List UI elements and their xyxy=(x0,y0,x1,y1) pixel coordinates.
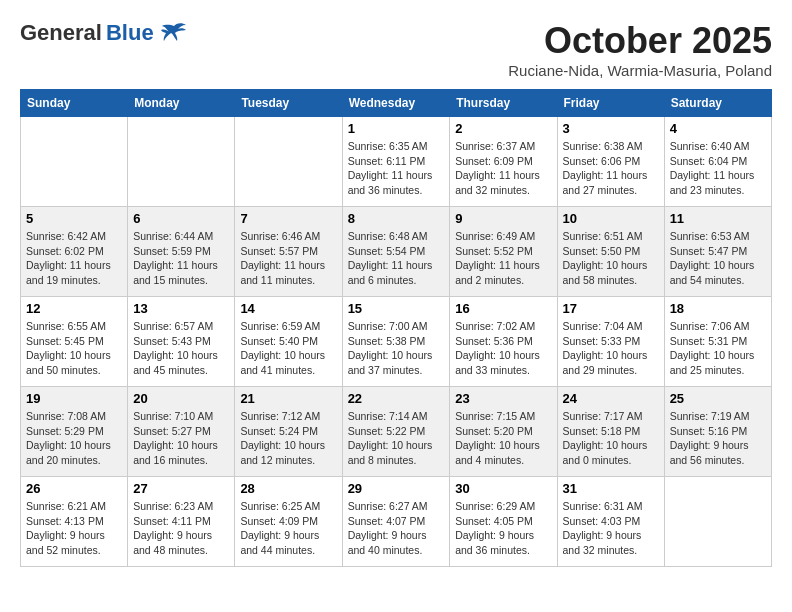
calendar-cell: 6Sunrise: 6:44 AM Sunset: 5:59 PM Daylig… xyxy=(128,207,235,297)
day-info: Sunrise: 6:53 AM Sunset: 5:47 PM Dayligh… xyxy=(670,229,766,288)
day-info: Sunrise: 7:04 AM Sunset: 5:33 PM Dayligh… xyxy=(563,319,659,378)
day-number: 20 xyxy=(133,391,229,406)
day-info: Sunrise: 6:35 AM Sunset: 6:11 PM Dayligh… xyxy=(348,139,445,198)
day-number: 26 xyxy=(26,481,122,496)
calendar-cell xyxy=(128,117,235,207)
day-info: Sunrise: 7:00 AM Sunset: 5:38 PM Dayligh… xyxy=(348,319,445,378)
day-info: Sunrise: 7:10 AM Sunset: 5:27 PM Dayligh… xyxy=(133,409,229,468)
day-info: Sunrise: 6:42 AM Sunset: 6:02 PM Dayligh… xyxy=(26,229,122,288)
day-info: Sunrise: 6:44 AM Sunset: 5:59 PM Dayligh… xyxy=(133,229,229,288)
calendar-cell: 29Sunrise: 6:27 AM Sunset: 4:07 PM Dayli… xyxy=(342,477,450,567)
day-info: Sunrise: 7:08 AM Sunset: 5:29 PM Dayligh… xyxy=(26,409,122,468)
calendar-cell: 30Sunrise: 6:29 AM Sunset: 4:05 PM Dayli… xyxy=(450,477,557,567)
day-number: 27 xyxy=(133,481,229,496)
day-number: 24 xyxy=(563,391,659,406)
calendar-cell: 12Sunrise: 6:55 AM Sunset: 5:45 PM Dayli… xyxy=(21,297,128,387)
day-info: Sunrise: 7:02 AM Sunset: 5:36 PM Dayligh… xyxy=(455,319,551,378)
day-number: 2 xyxy=(455,121,551,136)
calendar-cell: 19Sunrise: 7:08 AM Sunset: 5:29 PM Dayli… xyxy=(21,387,128,477)
day-info: Sunrise: 6:21 AM Sunset: 4:13 PM Dayligh… xyxy=(26,499,122,558)
calendar-cell xyxy=(664,477,771,567)
title-block: October 2025 Ruciane-Nida, Warmia-Masuri… xyxy=(508,20,772,79)
calendar-cell: 23Sunrise: 7:15 AM Sunset: 5:20 PM Dayli… xyxy=(450,387,557,477)
day-info: Sunrise: 6:40 AM Sunset: 6:04 PM Dayligh… xyxy=(670,139,766,198)
calendar-cell: 3Sunrise: 6:38 AM Sunset: 6:06 PM Daylig… xyxy=(557,117,664,207)
calendar-week-row: 12Sunrise: 6:55 AM Sunset: 5:45 PM Dayli… xyxy=(21,297,772,387)
calendar-week-row: 1Sunrise: 6:35 AM Sunset: 6:11 PM Daylig… xyxy=(21,117,772,207)
calendar-cell: 24Sunrise: 7:17 AM Sunset: 5:18 PM Dayli… xyxy=(557,387,664,477)
calendar-cell: 27Sunrise: 6:23 AM Sunset: 4:11 PM Dayli… xyxy=(128,477,235,567)
calendar-cell: 18Sunrise: 7:06 AM Sunset: 5:31 PM Dayli… xyxy=(664,297,771,387)
calendar-cell: 20Sunrise: 7:10 AM Sunset: 5:27 PM Dayli… xyxy=(128,387,235,477)
day-info: Sunrise: 6:38 AM Sunset: 6:06 PM Dayligh… xyxy=(563,139,659,198)
day-number: 22 xyxy=(348,391,445,406)
calendar-cell: 15Sunrise: 7:00 AM Sunset: 5:38 PM Dayli… xyxy=(342,297,450,387)
calendar-week-row: 26Sunrise: 6:21 AM Sunset: 4:13 PM Dayli… xyxy=(21,477,772,567)
day-number: 9 xyxy=(455,211,551,226)
day-number: 5 xyxy=(26,211,122,226)
calendar-cell: 17Sunrise: 7:04 AM Sunset: 5:33 PM Dayli… xyxy=(557,297,664,387)
day-number: 21 xyxy=(240,391,336,406)
day-info: Sunrise: 6:59 AM Sunset: 5:40 PM Dayligh… xyxy=(240,319,336,378)
day-info: Sunrise: 6:46 AM Sunset: 5:57 PM Dayligh… xyxy=(240,229,336,288)
day-info: Sunrise: 6:55 AM Sunset: 5:45 PM Dayligh… xyxy=(26,319,122,378)
calendar-cell: 11Sunrise: 6:53 AM Sunset: 5:47 PM Dayli… xyxy=(664,207,771,297)
page-header: General Blue October 2025 Ruciane-Nida, … xyxy=(20,20,772,79)
calendar-cell: 10Sunrise: 6:51 AM Sunset: 5:50 PM Dayli… xyxy=(557,207,664,297)
day-info: Sunrise: 7:06 AM Sunset: 5:31 PM Dayligh… xyxy=(670,319,766,378)
weekday-header-monday: Monday xyxy=(128,90,235,117)
day-number: 23 xyxy=(455,391,551,406)
weekday-header-saturday: Saturday xyxy=(664,90,771,117)
calendar-cell xyxy=(235,117,342,207)
calendar-cell: 26Sunrise: 6:21 AM Sunset: 4:13 PM Dayli… xyxy=(21,477,128,567)
logo: General Blue xyxy=(20,20,188,46)
day-number: 17 xyxy=(563,301,659,316)
weekday-header-sunday: Sunday xyxy=(21,90,128,117)
weekday-header-thursday: Thursday xyxy=(450,90,557,117)
day-number: 1 xyxy=(348,121,445,136)
day-info: Sunrise: 7:14 AM Sunset: 5:22 PM Dayligh… xyxy=(348,409,445,468)
logo-blue: Blue xyxy=(106,20,154,46)
day-number: 8 xyxy=(348,211,445,226)
logo-general: General xyxy=(20,20,102,46)
day-number: 4 xyxy=(670,121,766,136)
day-info: Sunrise: 6:51 AM Sunset: 5:50 PM Dayligh… xyxy=(563,229,659,288)
day-number: 14 xyxy=(240,301,336,316)
location-subtitle: Ruciane-Nida, Warmia-Masuria, Poland xyxy=(508,62,772,79)
day-number: 16 xyxy=(455,301,551,316)
calendar-table: SundayMondayTuesdayWednesdayThursdayFrid… xyxy=(20,89,772,567)
calendar-cell: 4Sunrise: 6:40 AM Sunset: 6:04 PM Daylig… xyxy=(664,117,771,207)
calendar-cell: 5Sunrise: 6:42 AM Sunset: 6:02 PM Daylig… xyxy=(21,207,128,297)
day-info: Sunrise: 7:12 AM Sunset: 5:24 PM Dayligh… xyxy=(240,409,336,468)
calendar-cell: 7Sunrise: 6:46 AM Sunset: 5:57 PM Daylig… xyxy=(235,207,342,297)
day-number: 18 xyxy=(670,301,766,316)
weekday-header-row: SundayMondayTuesdayWednesdayThursdayFrid… xyxy=(21,90,772,117)
day-number: 19 xyxy=(26,391,122,406)
calendar-week-row: 19Sunrise: 7:08 AM Sunset: 5:29 PM Dayli… xyxy=(21,387,772,477)
day-number: 12 xyxy=(26,301,122,316)
calendar-cell: 8Sunrise: 6:48 AM Sunset: 5:54 PM Daylig… xyxy=(342,207,450,297)
calendar-cell: 21Sunrise: 7:12 AM Sunset: 5:24 PM Dayli… xyxy=(235,387,342,477)
day-number: 6 xyxy=(133,211,229,226)
calendar-cell: 22Sunrise: 7:14 AM Sunset: 5:22 PM Dayli… xyxy=(342,387,450,477)
day-info: Sunrise: 7:15 AM Sunset: 5:20 PM Dayligh… xyxy=(455,409,551,468)
day-number: 25 xyxy=(670,391,766,406)
calendar-cell: 25Sunrise: 7:19 AM Sunset: 5:16 PM Dayli… xyxy=(664,387,771,477)
day-number: 30 xyxy=(455,481,551,496)
logo-bird-icon xyxy=(160,22,188,44)
day-number: 13 xyxy=(133,301,229,316)
calendar-cell xyxy=(21,117,128,207)
weekday-header-tuesday: Tuesday xyxy=(235,90,342,117)
day-info: Sunrise: 6:27 AM Sunset: 4:07 PM Dayligh… xyxy=(348,499,445,558)
day-info: Sunrise: 6:23 AM Sunset: 4:11 PM Dayligh… xyxy=(133,499,229,558)
day-number: 31 xyxy=(563,481,659,496)
day-number: 3 xyxy=(563,121,659,136)
day-info: Sunrise: 6:29 AM Sunset: 4:05 PM Dayligh… xyxy=(455,499,551,558)
calendar-cell: 13Sunrise: 6:57 AM Sunset: 5:43 PM Dayli… xyxy=(128,297,235,387)
day-number: 29 xyxy=(348,481,445,496)
day-info: Sunrise: 6:31 AM Sunset: 4:03 PM Dayligh… xyxy=(563,499,659,558)
day-info: Sunrise: 6:57 AM Sunset: 5:43 PM Dayligh… xyxy=(133,319,229,378)
weekday-header-wednesday: Wednesday xyxy=(342,90,450,117)
day-info: Sunrise: 6:37 AM Sunset: 6:09 PM Dayligh… xyxy=(455,139,551,198)
day-info: Sunrise: 6:25 AM Sunset: 4:09 PM Dayligh… xyxy=(240,499,336,558)
